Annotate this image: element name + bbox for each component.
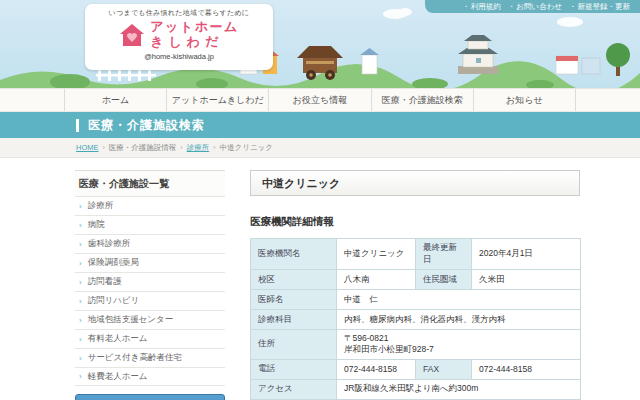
arrow-icon: › [79,202,82,211]
breadcrumb-separator: › [103,144,105,151]
sidebar-item-lowcost-nursing-home[interactable]: ›軽費老人ホーム [75,367,225,386]
breadcrumb-facility-info: 医療・介護施設情報 [109,143,177,153]
facility-detail-table: 医療機関名 中道クリニック 最終更新日 2020年4月1日 校区 八木南 住民圏… [250,238,581,400]
logo-row: アットホーム きしわだ [85,20,273,50]
content-area: 医療・介護施設一覧 ›診療所 ›病院 ›歯科診療所 ›保険調剤薬局 ›訪問看護 … [0,158,640,400]
link-bullet: ・ [569,2,577,11]
sidebar-item-support-center[interactable]: ›地域包括支援センター [75,310,225,329]
arrow-icon: › [79,297,82,306]
sidebar-item-dental-clinic[interactable]: ›歯科診療所 [75,234,225,253]
sidebar-item-senior-housing[interactable]: ›サービス付き高齢者住宅 [75,348,225,367]
sidebar-title: 医療・介護施設一覧 [75,170,225,196]
sidebar: 医療・介護施設一覧 ›診療所 ›病院 ›歯科診療所 ›保険調剤薬局 ›訪問看護 … [75,170,225,400]
table-row: 医師名 中道 仁 [251,290,581,310]
street-address: 岸和田市小松里町928-7 [344,344,573,355]
breadcrumb: HOME › 医療・介護施設情報 › 診療所 › 中道クリニック [0,138,640,158]
page-title-band: 医療・介護施設検索 [0,112,640,138]
sidebar-item-visiting-nursing[interactable]: ›訪問看護 [75,272,225,291]
nav-tab-news[interactable]: お知らせ [473,89,576,111]
arrow-icon: › [79,354,82,363]
facility-search-button[interactable]: 医療・介護施設検索 [75,394,225,400]
sidebar-item-pharmacy[interactable]: ›保険調剤薬局 [75,253,225,272]
breadcrumb-separator: › [213,144,215,151]
breadcrumb-separator: › [180,144,182,151]
sidebar-list: ›診療所 ›病院 ›歯科診療所 ›保険調剤薬局 ›訪問看護 ›訪問リハビリ ›地… [75,196,225,386]
section-heading: 医療機関詳細情報 [250,215,580,229]
utility-links-bar: ・利用規約 ・お問い合わせ ・新規登録・更新 [425,0,640,13]
table-row: 医療機関名 中道クリニック 最終更新日 2020年4月1日 [251,239,581,270]
page-root: ・利用規約 ・お問い合わせ ・新規登録・更新 いつまでも住み慣れた地域で暮らすた… [0,0,640,400]
nav-tab-about[interactable]: アットホームきしわだ [166,89,268,111]
breadcrumb-clinic-list-link[interactable]: 診療所 [187,143,210,153]
link-bullet: ・ [508,2,516,11]
sidebar-item-paid-nursing-home[interactable]: ›有料老人ホーム [75,329,225,348]
sidebar-item-hospital[interactable]: ›病院 [75,215,225,234]
sidebar-item-visiting-rehab[interactable]: ›訪問リハビリ [75,291,225,310]
shop-illustration [556,56,600,74]
main-panel: 中道クリニック 医療機関詳細情報 医療機関名 中道クリニック 最終更新日 202… [250,170,580,400]
link-bullet: ・ [462,2,470,11]
table-row: 住所 〒596-0821 岸和田市小松里町928-7 [251,330,581,360]
title-accent-bar [76,119,79,132]
nav-tab-home[interactable]: ホーム [64,89,166,111]
table-row: アクセス JR阪和線久米田駅より南へ約300m [251,379,581,399]
arrow-icon: › [79,372,82,381]
site-logo[interactable]: いつまでも住み慣れた地域で暮らすために アットホーム きしわだ @home-ki… [85,4,273,70]
sidebar-item-clinic[interactable]: ›診療所 [75,196,225,215]
logo-tagline: いつまでも住み慣れた地域で暮らすために [85,8,273,18]
contact-link[interactable]: ・お問い合わせ [508,2,562,12]
nav-tab-facility-search[interactable]: 医療・介護施設検索 [371,89,473,111]
arrow-icon: › [79,278,82,287]
register-update-link[interactable]: ・新規登録・更新 [569,2,630,12]
arrow-icon: › [79,335,82,344]
breadcrumb-home-link[interactable]: HOME [76,143,99,152]
tree-illustration [606,43,630,76]
breadcrumb-current-page: 中道クリニック [220,143,273,153]
logo-domain: @home-kishiwada.jp [85,52,273,61]
nav-tab-useful-info[interactable]: お役立ち情報 [268,89,370,111]
postal-code: 〒596-0821 [344,333,573,344]
global-nav: ホーム アットホームきしわだ お役立ち情報 医療・介護施設検索 お知らせ [0,88,640,112]
logo-text: アットホーム きしわだ [150,20,239,50]
kishiwada-castle-illustration [458,35,498,74]
arrow-icon: › [79,240,82,249]
arrow-icon: › [79,316,82,325]
house-heart-logo-icon [119,23,145,47]
arrow-icon: › [79,221,82,230]
table-row: 診療科目 内科、糖尿病内科、消化器内科、漢方内科 [251,310,581,330]
fence-illustration [96,70,156,81]
table-row: 校区 八木南 住民圏域 久米田 [251,270,581,290]
facility-title: 中道クリニック [250,170,580,196]
terms-link[interactable]: ・利用規約 [462,2,501,12]
arrow-icon: › [79,259,82,268]
table-row: 電話 072-444-8158 FAX 072-444-8158 [251,359,581,379]
page-title: 医療・介護施設検索 [88,117,205,134]
site-header: ・利用規約 ・お問い合わせ ・新規登録・更新 いつまでも住み慣れた地域で暮らすた… [0,0,640,88]
